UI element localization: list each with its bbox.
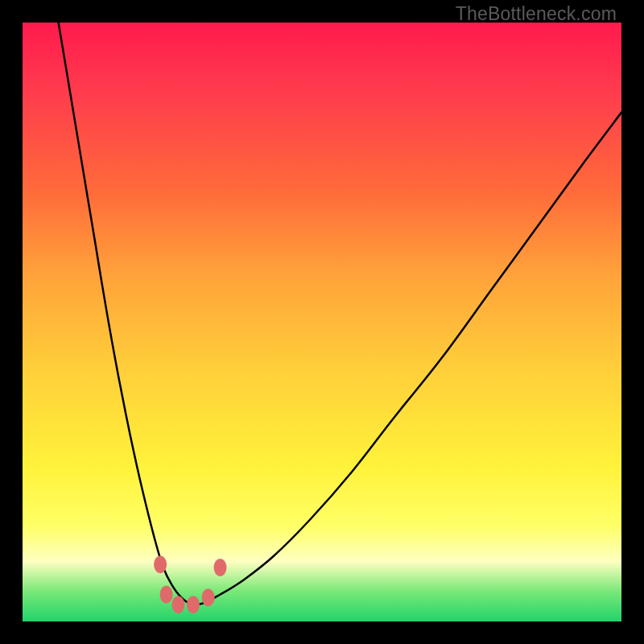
bottleneck-curve bbox=[59, 23, 621, 605]
marker-bottom-1 bbox=[171, 596, 184, 613]
marker-left-lower bbox=[160, 586, 173, 604]
marker-bottom-2 bbox=[187, 596, 200, 613]
chart-markers bbox=[154, 555, 226, 613]
bottleneck-chart-svg bbox=[23, 23, 621, 621]
chart-plot-area bbox=[23, 23, 621, 621]
marker-right-upper bbox=[214, 559, 227, 576]
watermark-text: TheBottleneck.com bbox=[456, 3, 617, 25]
marker-right-lower bbox=[202, 588, 215, 606]
marker-left-upper bbox=[154, 555, 167, 573]
